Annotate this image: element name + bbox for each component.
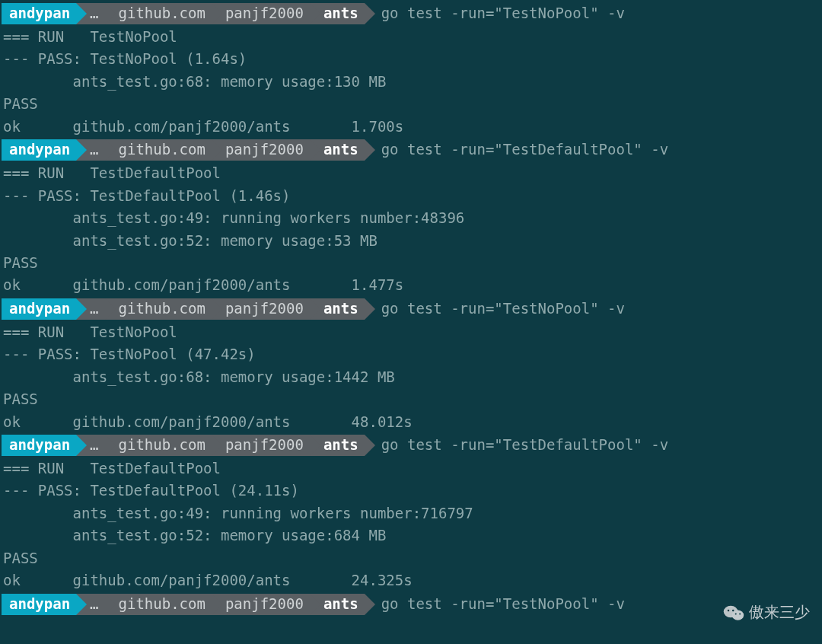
prompt-line[interactable]: andypan…github.companjf2000antsgo test -… [2,2,822,25]
output-line: PASS [2,252,822,274]
output-line: ants_test.go:49: running workers number:… [2,502,822,524]
output-line: ok github.com/panjf2000/ants 48.012s [2,411,822,433]
prompt-user-segment: andypan [2,594,76,615]
output-line: === RUN TestNoPool [2,26,822,48]
prompt-path-segment: panjf2000 [212,298,310,320]
output-line: ants_test.go:52: memory usage:684 MB [2,524,822,547]
command-text: go test -run="TestNoPool" -v [365,2,625,24]
output-line: --- PASS: TestDefaultPool (24.11s) [2,480,822,502]
output-line: ants_test.go:52: memory usage:53 MB [2,230,822,252]
prompt-user-segment: andypan [2,435,76,456]
prompt-path-segment: panjf2000 [212,594,310,615]
command-text: go test -run="TestNoPool" -v [365,593,625,615]
prompt-user-segment: andypan [2,3,76,24]
output-line: ants_test.go:68: memory usage:130 MB [2,71,822,93]
output-line: --- PASS: TestNoPool (1.64s) [2,48,822,70]
command-text: go test -run="TestNoPool" -v [365,298,625,320]
terminal-output: andypan…github.companjf2000antsgo test -… [0,0,822,616]
output-line: === RUN TestDefaultPool [2,457,822,480]
prompt-line[interactable]: andypan…github.companjf2000antsgo test -… [2,593,822,616]
prompt-path-segment: github.com [105,594,212,615]
prompt-line[interactable]: andypan…github.companjf2000antsgo test -… [2,434,822,457]
output-line: === RUN TestDefaultPool [2,162,822,184]
command-text: go test -run="TestDefaultPool" -v [365,139,669,161]
prompt-path-segment: panjf2000 [212,3,310,24]
command-text: go test -run="TestDefaultPool" -v [365,434,669,456]
prompt-path-segment: github.com [105,3,212,24]
output-line: === RUN TestNoPool [2,321,822,343]
output-line: ok github.com/panjf2000/ants 1.477s [2,274,822,296]
output-line: --- PASS: TestNoPool (47.42s) [2,343,822,365]
prompt-path-segment: panjf2000 [212,139,310,161]
output-line: ok github.com/panjf2000/ants 24.325s [2,569,822,591]
output-line: PASS [2,388,822,410]
output-line: ants_test.go:68: memory usage:1442 MB [2,366,822,388]
output-line: ants_test.go:49: running workers number:… [2,207,822,229]
prompt-line[interactable]: andypan…github.companjf2000antsgo test -… [2,139,822,161]
prompt-path-segment: panjf2000 [212,435,310,456]
output-line: PASS [2,93,822,115]
prompt-user-segment: andypan [2,298,76,320]
prompt-path-segment: github.com [105,298,212,320]
prompt-user-segment: andypan [2,139,76,161]
prompt-path-segment: github.com [105,139,212,161]
prompt-path-segment: github.com [105,435,212,456]
output-line: ok github.com/panjf2000/ants 1.700s [2,116,822,138]
prompt-line[interactable]: andypan…github.companjf2000antsgo test -… [2,298,822,320]
output-line: --- PASS: TestDefaultPool (1.46s) [2,185,822,207]
output-line: PASS [2,547,822,569]
